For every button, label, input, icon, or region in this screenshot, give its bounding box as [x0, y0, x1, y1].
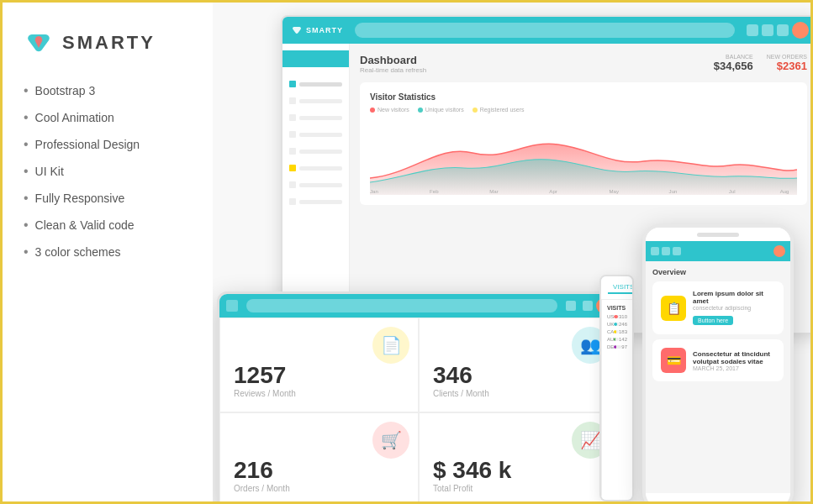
- sidebar-item-extras[interactable]: [282, 195, 349, 208]
- map-bar-1: [614, 315, 618, 318]
- profit-icon: 📈: [580, 430, 601, 450]
- sidebar-label-line: [299, 200, 342, 204]
- map-mockup: VISITS USER ACTIVITY ONLINE: [599, 275, 634, 501]
- legend-registered: Registered users: [472, 107, 525, 113]
- stat-label-orders: Orders / Month: [234, 484, 404, 493]
- phone-notch: [646, 228, 790, 241]
- sidebar-item-clients[interactable]: [282, 144, 349, 158]
- map-count-5: 97: [621, 344, 627, 349]
- dashboard-title: Dashboard: [360, 54, 426, 66]
- sidebar-label-line: [299, 183, 342, 187]
- feature-animation: Cool Animation: [24, 110, 192, 125]
- map-count-4: 142: [619, 337, 627, 342]
- phone-notch-bar: [697, 233, 739, 237]
- map-country-3: CA: [607, 329, 614, 334]
- feature-label: Professional Design: [35, 138, 140, 151]
- sidebar-dot: [289, 148, 296, 155]
- topbar-logo: SMARTY: [291, 24, 343, 36]
- phone-topbar-icon-2[interactable]: [662, 247, 670, 255]
- phone-card-icon-1: 📋: [661, 296, 686, 321]
- sidebar-item-orders[interactable]: [282, 128, 349, 141]
- content-header: Dashboard Real-time data refresh BALANCE…: [360, 54, 807, 74]
- svg-text:May: May: [609, 189, 618, 194]
- stat-icon-reviews: 📄: [372, 327, 409, 364]
- phone-mockup: Overview 📋 Lorem ipsum dolor sit amet co…: [642, 224, 794, 501]
- feature-label: 3 color schemes: [35, 245, 121, 259]
- stat-label-reviews: Reviews / Month: [234, 389, 404, 398]
- stat-card-clients: 👥 346 Clients / Month: [419, 318, 618, 412]
- legend-unique-visitors: Unique visitors: [418, 107, 464, 113]
- clients-icon: 👥: [580, 335, 601, 355]
- map-count-3: 183: [619, 329, 627, 334]
- sidebar-dot: [289, 198, 296, 205]
- phone-user-avatar[interactable]: [773, 245, 785, 257]
- phone-topbar-icon-1[interactable]: [651, 247, 659, 255]
- tablet-msg-icon[interactable]: [583, 301, 593, 311]
- chart-legend: New visitors Unique visitors Registered …: [370, 107, 797, 113]
- svg-text:Jun: Jun: [669, 189, 678, 194]
- sidebar-label-line: [299, 150, 342, 154]
- sidebar-label-line: [299, 116, 342, 120]
- map-bar-3: [614, 330, 616, 333]
- sidebar-item-settings[interactable]: [282, 161, 349, 175]
- sidebar-dot: [289, 181, 296, 188]
- svg-text:Apr: Apr: [549, 189, 557, 194]
- topbar-icons: [747, 22, 809, 39]
- balance-label: BALANCE: [714, 54, 753, 60]
- feature-label: Clean & Valid code: [35, 218, 135, 232]
- phone-card-icon-2: 💳: [661, 348, 686, 373]
- sidebar-dot: [289, 97, 296, 104]
- sidebar-dot: [289, 165, 296, 171]
- stat-card-profit: 📈 $ 346 k Total Profit: [419, 412, 618, 501]
- phone-card-text-1: Lorem ipsum dolor sit amet consectetur a…: [693, 290, 775, 326]
- stat-icon-orders: 🛒: [372, 422, 409, 459]
- phone-card-title-1: Lorem ipsum dolor sit amet: [693, 290, 775, 305]
- svg-text:Jul: Jul: [729, 189, 736, 194]
- phone-topbar-icon-3[interactable]: [673, 247, 681, 255]
- phone-card-2: 💳 Consectetur at tincidunt volutpat soda…: [652, 339, 784, 381]
- legend-dot: [472, 108, 478, 113]
- map-country-5: DE: [607, 344, 614, 349]
- sidebar-item-reports[interactable]: [282, 111, 349, 124]
- user-avatar[interactable]: [792, 22, 809, 39]
- legend-label: Unique visitors: [425, 107, 464, 113]
- tablet-search[interactable]: [246, 299, 557, 312]
- svg-text:Feb: Feb: [430, 189, 439, 194]
- map-stats-panel: VISITS US 310 UK 246: [601, 300, 632, 500]
- map-tab-visits[interactable]: VISITS: [608, 281, 634, 294]
- map-country-4: AU: [607, 337, 614, 342]
- phone-card-button-1[interactable]: Button here: [693, 316, 733, 325]
- sidebar-label-line: [299, 99, 342, 103]
- sidebar-item-dashboard[interactable]: [282, 77, 349, 91]
- screen-sidebar: [282, 44, 350, 333]
- map-stat-row-3: CA 183: [607, 329, 627, 334]
- new-orders-value: $2361: [767, 60, 807, 72]
- tablet-notif-icon[interactable]: [566, 301, 576, 311]
- feature-ui-kit: UI Kit: [24, 164, 192, 179]
- balance-item: BALANCE $34,656: [714, 54, 753, 72]
- settings-icon[interactable]: [777, 24, 789, 36]
- map-count-1: 310: [619, 314, 627, 319]
- svg-text:Mar: Mar: [489, 189, 498, 194]
- feature-label: Bootstrap 3: [35, 84, 96, 97]
- notification-icon[interactable]: [747, 24, 758, 36]
- sidebar-label-line: [299, 82, 342, 87]
- topbar-search[interactable]: [355, 23, 735, 38]
- stat-number-clients: 346: [433, 362, 604, 389]
- feature-label: Fully Responsive: [35, 192, 125, 205]
- map-bar-container-5: [614, 345, 621, 349]
- legend-dot: [418, 108, 423, 113]
- screen-topbar: SMARTY: [282, 17, 810, 44]
- map-content: VISITS US 310 UK 246: [601, 300, 632, 500]
- sidebar-item-accounts[interactable]: [282, 94, 349, 108]
- map-bar-2: [614, 323, 616, 326]
- messages-icon[interactable]: [762, 24, 773, 36]
- sidebar-dot: [289, 81, 296, 87]
- feature-bootstrap: Bootstrap 3: [24, 83, 192, 98]
- sidebar-item-tables[interactable]: [282, 178, 349, 192]
- topbar-brand: SMARTY: [306, 26, 343, 34]
- phone-card-title-2: Consectetur at tincidunt volutpat sodale…: [693, 350, 775, 365]
- feature-design: Professional Design: [24, 137, 192, 152]
- reviews-icon: 📄: [381, 335, 402, 355]
- phone-card-1: 📋 Lorem ipsum dolor sit amet consectetur…: [652, 281, 784, 334]
